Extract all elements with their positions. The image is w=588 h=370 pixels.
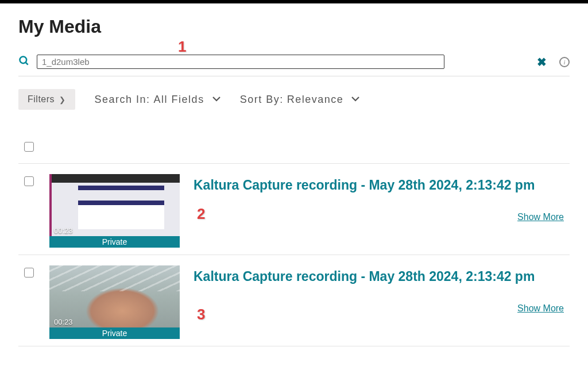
select-all-checkbox[interactable] <box>24 142 34 152</box>
media-checkbox[interactable] <box>24 268 34 278</box>
media-row: 00:23 Private Kaltura Capture recording … <box>18 255 570 346</box>
chevron-right-icon: ❯ <box>59 95 66 104</box>
page-title: My Media <box>18 16 570 37</box>
thumbnail-duration: 00:23 <box>54 318 73 326</box>
media-thumbnail[interactable]: 00:23 Private <box>49 174 180 248</box>
media-title[interactable]: Kaltura Capture recording - May 28th 202… <box>194 269 564 284</box>
sort-by-prefix: Sort By: <box>240 94 284 106</box>
search-in-dropdown[interactable]: Search In: All Fields <box>95 94 220 106</box>
search-bar: ✖ i <box>18 55 570 71</box>
search-icon <box>18 55 30 69</box>
sort-by-value: Relevance <box>287 94 344 106</box>
search-in-value: All Fields <box>154 94 204 106</box>
filter-toolbar: Filters ❯ Search In: All Fields Sort By:… <box>18 89 570 110</box>
search-in-prefix: Search In: <box>95 94 150 106</box>
media-title[interactable]: Kaltura Capture recording - May 28th 202… <box>194 178 564 193</box>
media-thumbnail[interactable]: 00:23 Private <box>49 265 180 339</box>
divider <box>18 76 570 76</box>
annotation-2: 2 <box>197 205 205 223</box>
svg-point-0 <box>20 56 27 63</box>
show-more-link[interactable]: Show More <box>517 303 564 314</box>
sort-by-dropdown[interactable]: Sort By: Relevance <box>240 94 360 106</box>
filters-button[interactable]: Filters ❯ <box>18 89 75 110</box>
info-icon[interactable]: i <box>559 57 570 67</box>
filters-button-label: Filters <box>28 94 55 105</box>
thumbnail-privacy-badge: Private <box>49 236 180 248</box>
annotation-3: 3 <box>197 306 205 323</box>
show-more-link[interactable]: Show More <box>517 212 564 222</box>
annotation-1: 1 <box>178 38 186 56</box>
thumbnail-duration: 00:23 <box>54 226 73 235</box>
search-input[interactable] <box>37 55 444 69</box>
thumbnail-privacy-badge: Private <box>49 327 180 339</box>
media-row: 00:23 Private Kaltura Capture recording … <box>18 164 570 255</box>
media-checkbox[interactable] <box>24 176 34 186</box>
chevron-down-icon <box>351 96 359 102</box>
select-all-row <box>18 138 570 164</box>
clear-search-icon[interactable]: ✖ <box>537 55 547 69</box>
chevron-down-icon <box>212 96 220 102</box>
svg-line-1 <box>26 62 28 64</box>
